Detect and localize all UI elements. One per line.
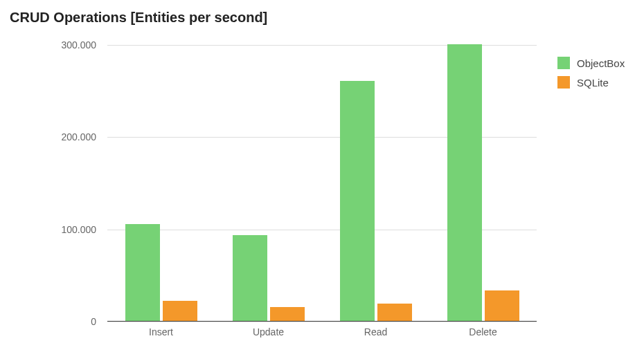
bar-group: Insert bbox=[107, 45, 215, 321]
chart-title: CRUD Operations [Entities per second] bbox=[10, 10, 267, 26]
bar-objectbox-insert bbox=[125, 224, 160, 321]
legend-label: SQLite bbox=[577, 77, 609, 89]
bar-sqlite-delete bbox=[485, 290, 519, 321]
bar-sqlite-insert bbox=[163, 301, 197, 321]
y-tick-label: 100.000 bbox=[61, 224, 107, 235]
bar-objectbox-read bbox=[340, 81, 375, 321]
x-tick-label: Insert bbox=[149, 321, 173, 337]
x-tick-label: Update bbox=[253, 321, 284, 337]
legend-item-objectbox: ObjectBox bbox=[557, 57, 625, 69]
bar-objectbox-update bbox=[233, 235, 267, 321]
legend-label: ObjectBox bbox=[577, 57, 625, 69]
y-tick-label: 0 bbox=[91, 316, 107, 327]
y-tick-label: 300.000 bbox=[61, 39, 107, 50]
bar-group: Delete bbox=[429, 45, 537, 321]
legend-swatch bbox=[557, 76, 570, 89]
bar-group: Update bbox=[215, 45, 322, 321]
bar-sqlite-update bbox=[270, 307, 305, 321]
chart-plot-area: 0100.000200.000300.000InsertUpdateReadDe… bbox=[107, 45, 537, 322]
chart-legend: ObjectBoxSQLite bbox=[557, 57, 625, 95]
bar-objectbox-delete bbox=[447, 44, 482, 321]
x-tick-label: Delete bbox=[469, 321, 497, 337]
bar-sqlite-read bbox=[377, 304, 412, 321]
x-tick-label: Read bbox=[364, 321, 387, 337]
legend-swatch bbox=[557, 57, 570, 69]
y-tick-label: 200.000 bbox=[61, 131, 107, 142]
bar-group: Read bbox=[322, 45, 429, 321]
legend-item-sqlite: SQLite bbox=[557, 76, 625, 89]
